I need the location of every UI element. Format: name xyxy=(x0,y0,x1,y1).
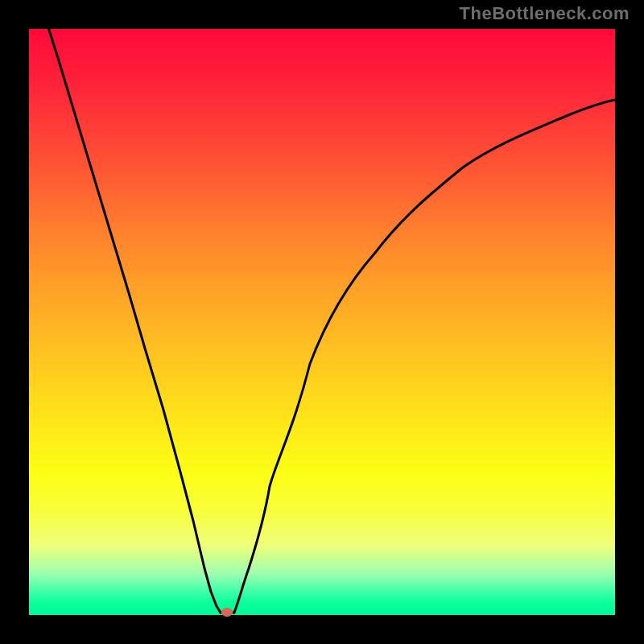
watermark-text: TheBottleneck.com xyxy=(460,3,630,24)
bottleneck-marker xyxy=(221,609,233,617)
curve-layer xyxy=(29,29,615,615)
plot-area xyxy=(29,29,615,615)
chart-frame: TheBottleneck.com xyxy=(0,0,644,644)
left-branch-path xyxy=(47,23,221,613)
right-branch-path xyxy=(234,100,615,613)
